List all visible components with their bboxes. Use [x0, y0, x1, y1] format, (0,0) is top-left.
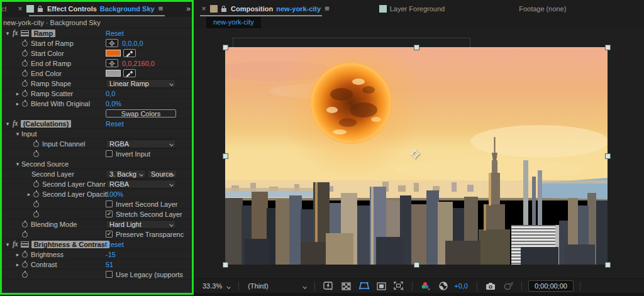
disclosure-open-icon[interactable]: ▾ — [4, 121, 11, 127]
magnification-dropdown[interactable]: 33.3% — [200, 281, 232, 291]
show-snapshot-icon[interactable] — [501, 280, 515, 292]
stopwatch-icon[interactable] — [33, 141, 39, 147]
selection-handle[interactable] — [223, 45, 228, 50]
snapshot-camera-icon[interactable] — [484, 280, 497, 292]
exposure-value[interactable]: +0,0 — [454, 282, 468, 290]
fx-badge[interactable]: fx — [13, 239, 18, 249]
composition-viewport[interactable] — [194, 28, 644, 278]
effect-name[interactable]: Ramp — [31, 30, 56, 37]
stopwatch-icon[interactable] — [22, 51, 28, 57]
swap-colors-button[interactable]: Swap Colors — [106, 109, 176, 118]
property-value[interactable]: 0,0,2160,0 — [122, 60, 155, 67]
lock-icon[interactable] — [37, 6, 43, 12]
layer-panel-swatch[interactable] — [350, 5, 357, 13]
panel-title[interactable]: Composition — [231, 5, 273, 13]
panel-group-swatch[interactable] — [210, 5, 218, 13]
panel-group-swatch[interactable] — [26, 5, 34, 13]
reset-link[interactable]: Reset — [106, 120, 124, 128]
stopwatch-icon[interactable] — [22, 101, 28, 107]
property-value[interactable]: 0,0% — [106, 100, 121, 107]
stopwatch-icon[interactable] — [22, 81, 28, 87]
stopwatch-icon[interactable] — [22, 222, 28, 227]
eyedropper-icon[interactable] — [123, 49, 136, 57]
disclosure-closed-icon[interactable]: ▸ — [14, 261, 21, 268]
disclosure-closed-icon[interactable]: ▸ — [14, 90, 21, 97]
layer-anchor-point[interactable] — [411, 150, 419, 158]
checkbox[interactable] — [106, 200, 113, 207]
effect-name[interactable]: (Calculations) — [21, 120, 72, 128]
region-of-interest-icon[interactable] — [374, 280, 388, 292]
tab-footage[interactable]: Footage (none) — [519, 5, 566, 13]
selection-handle[interactable] — [414, 262, 419, 268]
close-panel-icon[interactable]: × — [15, 4, 25, 13]
checkbox[interactable] — [106, 150, 113, 157]
selection-handle[interactable] — [605, 153, 611, 159]
close-panel-icon[interactable]: × — [199, 4, 209, 13]
reset-link[interactable]: Reset — [106, 30, 124, 37]
property-value[interactable]: -15 — [106, 251, 116, 258]
stopwatch-icon[interactable] — [22, 272, 28, 278]
truncated-project-tab[interactable]: ct — [0, 5, 15, 13]
panel-menu-icon[interactable]: ≡ — [325, 4, 330, 13]
layer-panel-swatch[interactable] — [379, 5, 387, 13]
transparency-grid-icon[interactable] — [339, 280, 353, 292]
eyedropper-icon[interactable] — [123, 69, 136, 77]
stopwatch-icon[interactable] — [33, 192, 39, 197]
tab-layer-foreground[interactable]: Layer Foreground — [390, 5, 445, 13]
checkbox[interactable]: ✓ — [106, 211, 113, 217]
dropdown-blending-mode[interactable]: Hard Light — [106, 220, 176, 229]
disclosure-closed-icon[interactable]: ▸ — [14, 101, 21, 107]
dropdown-second-layer-chann[interactable]: RGBA — [106, 180, 176, 189]
disclosure-open-icon[interactable]: ▾ — [14, 161, 21, 167]
stopwatch-icon[interactable] — [22, 252, 28, 258]
color-swatch[interactable] — [106, 70, 121, 77]
checkbox[interactable]: ✓ — [106, 231, 113, 238]
checkbox[interactable] — [106, 271, 113, 278]
disclosure-closed-icon[interactable]: ▸ — [25, 191, 33, 197]
selection-handle[interactable] — [223, 262, 228, 268]
stopwatch-icon[interactable] — [33, 151, 39, 157]
point-control-button[interactable] — [106, 59, 118, 67]
fast-previews-icon[interactable] — [321, 280, 335, 292]
stopwatch-icon[interactable] — [22, 262, 28, 268]
grid-guide-options-icon[interactable] — [392, 280, 406, 292]
stopwatch-icon[interactable] — [22, 71, 28, 77]
dropdown-input-channel[interactable]: RGBA — [106, 140, 176, 148]
stopwatch-icon[interactable] — [33, 182, 39, 187]
reset-link[interactable]: Reset — [106, 241, 124, 248]
selection-handle[interactable] — [605, 45, 611, 50]
selection-handle[interactable] — [414, 45, 419, 50]
disclosure-closed-icon[interactable]: ▸ — [14, 251, 21, 258]
panel-target-comp[interactable]: new-york-city — [276, 5, 321, 13]
panel-target-layer[interactable]: Background Sky — [100, 5, 155, 13]
lock-icon[interactable] — [221, 6, 227, 12]
dropdown-option[interactable]: 3. Backg — [106, 170, 146, 178]
color-swatch[interactable] — [106, 50, 121, 57]
fx-badge[interactable]: fx — [13, 119, 18, 128]
stopwatch-icon[interactable] — [22, 232, 28, 238]
dropdown-option[interactable]: Source — [147, 170, 177, 178]
panel-menu-icon[interactable]: ≡ — [158, 4, 164, 13]
selection-handle[interactable] — [605, 262, 611, 268]
stopwatch-icon[interactable] — [33, 202, 39, 207]
panel-title[interactable]: Effect Controls — [47, 5, 97, 13]
fx-badge[interactable]: fx — [13, 28, 18, 38]
stopwatch-icon[interactable] — [22, 41, 28, 47]
stopwatch-icon[interactable] — [22, 91, 28, 97]
mask-visibility-icon[interactable] — [357, 280, 370, 292]
property-value[interactable]: 100% — [106, 190, 123, 198]
viewer-tab-new-york-city[interactable]: new-york-city — [206, 17, 261, 28]
effect-name[interactable]: Brightness & Contrast — [31, 241, 110, 248]
panel-overflow-icon[interactable]: » — [186, 4, 190, 13]
stopwatch-icon[interactable] — [22, 61, 28, 67]
disclosure-open-icon[interactable]: ▾ — [14, 131, 21, 137]
exposure-reset-icon[interactable] — [436, 280, 450, 292]
selection-handle[interactable] — [223, 153, 228, 159]
dropdown-ramp-shape[interactable]: Linear Ramp — [106, 79, 176, 88]
channel-settings-icon[interactable] — [419, 280, 433, 292]
property-value[interactable]: 0,0 — [106, 90, 115, 97]
property-value[interactable]: 0,0,0,0 — [122, 40, 143, 47]
timecode-display[interactable]: 0;00;00;00 — [528, 280, 574, 292]
resolution-dropdown[interactable]: (Third) — [245, 281, 308, 291]
property-value[interactable]: 51 — [106, 261, 113, 268]
